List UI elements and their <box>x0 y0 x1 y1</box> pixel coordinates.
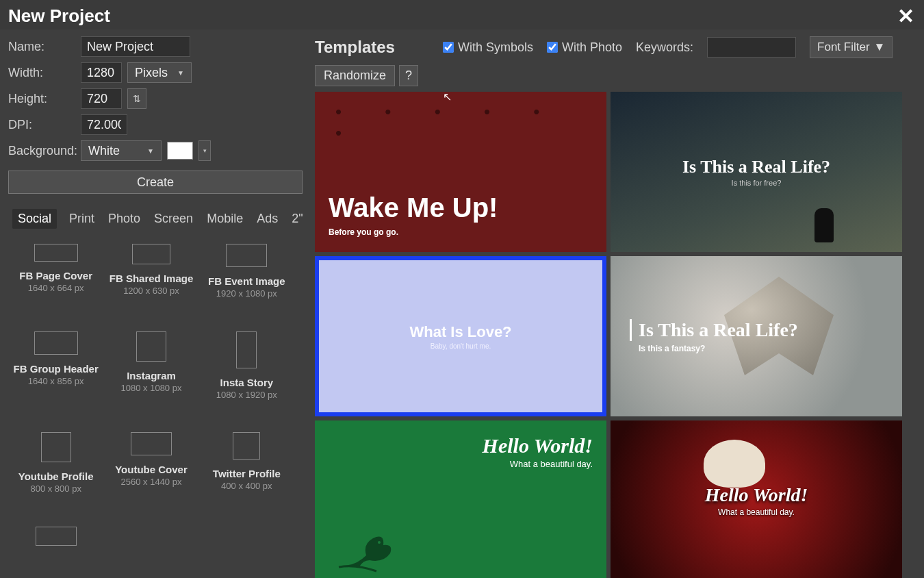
tab-mobile[interactable]: Mobile <box>205 209 244 229</box>
background-value: White <box>88 144 120 158</box>
left-panel: Name: Width: Pixels ▼ Height: ⇅ DPI: <box>8 36 303 578</box>
chevron-down-icon: ▼ <box>147 147 154 155</box>
template-subtitle: What a beautiful day. <box>483 459 593 469</box>
background-select[interactable]: White ▼ <box>81 140 162 161</box>
preset-grid: FB Page Cover1640 x 664 pxFB Shared Imag… <box>8 236 303 578</box>
preset-item[interactable]: Youtube Cover2560 x 1440 px <box>103 424 198 517</box>
with-symbols-label: With Symbols <box>458 40 533 55</box>
template-subtitle: What a beautiful day. <box>718 507 795 517</box>
template-subtitle: Before you go go. <box>329 227 606 237</box>
tab-social[interactable]: Social <box>12 209 57 229</box>
template-card[interactable]: Is This a Real Life? Is this a fantasy? <box>611 256 902 416</box>
template-card[interactable]: What Is Love? Baby, don't hurt me. <box>315 256 606 416</box>
width-input[interactable] <box>81 62 122 83</box>
preset-tabs: SocialPrintPhotoScreenMobileAds2" <box>8 209 303 229</box>
preset-dims: 1640 x 856 px <box>28 376 84 386</box>
template-subtitle: Is this for free? <box>732 179 782 187</box>
preset-name: Twitter Profile <box>213 468 281 479</box>
dpi-label: DPI: <box>8 118 75 132</box>
unit-select[interactable]: Pixels ▼ <box>127 62 192 83</box>
svg-point-0 <box>378 541 381 544</box>
preset-item[interactable] <box>8 518 103 579</box>
with-photo-input[interactable] <box>547 42 558 53</box>
template-subtitle: Is this a fantasy? <box>630 344 902 353</box>
template-gallery: Wake Me Up! Before you go go. Is This a … <box>315 92 916 578</box>
with-photo-checkbox[interactable]: With Photo <box>547 40 622 55</box>
tab-2[interactable]: 2" <box>290 209 304 229</box>
keywords-input[interactable] <box>707 37 796 58</box>
preset-item[interactable]: Insta Story1080 x 1920 px <box>199 323 294 423</box>
template-title: Is This a Real Life? <box>630 319 902 341</box>
template-title: What Is Love? <box>409 323 511 341</box>
preset-thumb <box>136 331 166 362</box>
tab-ads[interactable]: Ads <box>255 209 279 229</box>
keywords-label: Keywords: <box>636 40 693 55</box>
dialog-title: New Project <box>8 5 110 27</box>
with-symbols-checkbox[interactable]: With Symbols <box>443 40 533 55</box>
tab-photo[interactable]: Photo <box>107 209 142 229</box>
preset-item[interactable]: FB Shared Image1200 x 630 px <box>103 236 198 322</box>
height-label: Height: <box>8 92 75 106</box>
preset-name: Youtube Cover <box>115 464 188 475</box>
randomize-button[interactable]: Randomize <box>315 65 395 86</box>
preset-dims: 1080 x 1920 px <box>216 390 277 400</box>
close-icon[interactable]: ✕ <box>897 6 914 27</box>
preset-name: Insta Story <box>220 377 274 388</box>
template-card[interactable]: Wake Me Up! Before you go go. <box>315 92 606 252</box>
swap-icon: ⇅ <box>133 93 141 104</box>
preset-thumb <box>41 432 71 462</box>
new-project-dialog: New Project ✕ Name: Width: Pixels ▼ Heig… <box>0 0 924 578</box>
templates-header: Templates With Symbols With Photo Keywor… <box>315 36 916 58</box>
templates-title: Templates <box>315 38 395 57</box>
template-title: Hello World! <box>705 484 808 506</box>
preset-name: FB Group Header <box>14 363 99 375</box>
preset-item[interactable]: Instagram1080 x 1080 px <box>103 323 198 423</box>
tab-screen[interactable]: Screen <box>153 209 194 229</box>
silhouette-decoration <box>814 208 834 242</box>
preset-thumb <box>236 331 257 368</box>
tab-print[interactable]: Print <box>68 209 96 229</box>
preset-dims: 400 x 400 px <box>221 481 272 491</box>
preset-thumb <box>233 432 260 460</box>
preset-thumb <box>131 432 172 455</box>
preset-dims: 800 x 800 px <box>30 483 81 494</box>
preset-name: FB Shared Image <box>110 273 194 284</box>
background-label: Background: <box>8 144 75 158</box>
with-photo-label: With Photo <box>562 40 622 55</box>
font-filter-label: Font Filter <box>817 40 870 54</box>
dog-decoration <box>704 440 765 488</box>
template-title: Hello World! <box>483 434 593 457</box>
preset-item[interactable]: Twitter Profile400 x 400 px <box>199 424 294 517</box>
template-card[interactable]: Hello World! What a beautiful day. <box>611 420 902 578</box>
background-swatch[interactable] <box>167 142 193 160</box>
preset-item[interactable]: FB Group Header1640 x 856 px <box>8 323 103 423</box>
preset-dims: 1200 x 630 px <box>123 286 179 296</box>
preset-name: FB Event Image <box>208 275 285 287</box>
font-filter-button[interactable]: Font Filter ▼ <box>810 36 893 58</box>
template-card[interactable]: Is This a Real Life? Is this for free? <box>611 92 902 252</box>
preset-item[interactable]: FB Event Image1920 x 1080 px <box>199 236 294 322</box>
preset-thumb <box>34 244 78 262</box>
with-symbols-input[interactable] <box>443 42 454 53</box>
create-button[interactable]: Create <box>8 171 303 194</box>
preset-item[interactable]: FB Page Cover1640 x 664 px <box>8 236 103 322</box>
preset-dims: 1920 x 1080 px <box>216 288 277 299</box>
preset-thumb <box>34 331 78 355</box>
template-card[interactable]: Hello World! What a beautiful day. <box>315 420 606 578</box>
preset-dims: 1080 x 1080 px <box>121 383 182 393</box>
preset-dims: 2560 x 1440 px <box>121 477 182 487</box>
preset-name: Instagram <box>127 370 176 381</box>
chevron-down-icon: ▼ <box>177 69 184 77</box>
preset-item[interactable]: Youtube Profile800 x 800 px <box>8 424 103 517</box>
preset-name: Youtube Profile <box>18 470 94 482</box>
height-input[interactable] <box>81 88 122 109</box>
dpi-input[interactable] <box>81 114 127 135</box>
template-subtitle: Baby, don't hurt me. <box>431 342 491 350</box>
name-input[interactable] <box>81 36 190 57</box>
template-title: Is This a Real Life? <box>682 157 830 177</box>
right-panel: Templates With Symbols With Photo Keywor… <box>315 36 916 578</box>
width-label: Width: <box>8 66 75 80</box>
help-button[interactable]: ? <box>399 65 418 86</box>
swap-dimensions-button[interactable]: ⇅ <box>127 88 146 109</box>
swatch-menu-button[interactable]: ▾ <box>198 140 211 161</box>
